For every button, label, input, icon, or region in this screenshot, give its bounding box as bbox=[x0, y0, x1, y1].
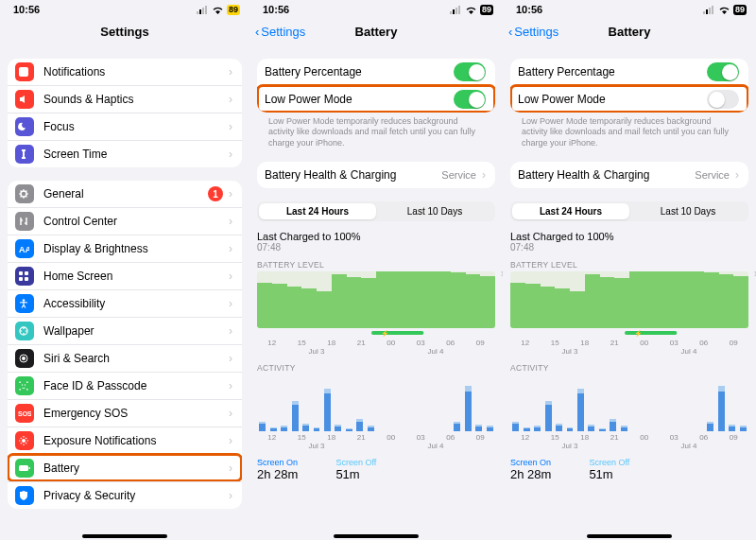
settings-row-controlcenter[interactable]: Control Center› bbox=[8, 207, 242, 235]
page-title: Battery bbox=[355, 25, 398, 39]
display-icon: AA bbox=[15, 239, 34, 258]
back-button[interactable]: ‹ Settings bbox=[508, 25, 558, 39]
svg-rect-24 bbox=[29, 467, 31, 469]
chevron-right-icon: › bbox=[229, 187, 232, 200]
row-label: Battery Percentage bbox=[265, 65, 454, 78]
svg-rect-4 bbox=[19, 67, 28, 77]
notifications-icon bbox=[15, 62, 34, 81]
home-indicator[interactable] bbox=[334, 534, 419, 538]
svg-rect-27 bbox=[455, 8, 457, 14]
battery-health-row[interactable]: Battery Health & Charging Service › bbox=[510, 162, 748, 188]
low-power-mode-toggle[interactable] bbox=[707, 90, 739, 109]
row-label: Home Screen bbox=[43, 270, 229, 283]
svg-rect-2 bbox=[202, 8, 204, 14]
page-title: Battery bbox=[609, 25, 651, 39]
seg-last10[interactable]: Last 10 Days bbox=[376, 203, 493, 219]
row-label: Focus bbox=[43, 120, 229, 133]
chevron-right-icon: › bbox=[229, 148, 232, 161]
row-label: Low Power Mode bbox=[265, 93, 454, 106]
settings-row-homescreen[interactable]: Home Screen› bbox=[8, 262, 242, 289]
settings-row-sounds[interactable]: Sounds & Haptics› bbox=[8, 85, 242, 113]
usage-summary: Screen On2h 28m Screen Off51m bbox=[257, 458, 495, 481]
chevron-right-icon: › bbox=[229, 120, 232, 133]
screen-on-value: 2h 28m bbox=[510, 467, 551, 481]
general-icon bbox=[15, 184, 34, 203]
row-label: Battery Health & Charging bbox=[265, 168, 441, 182]
sounds-icon bbox=[15, 90, 34, 109]
svg-point-13 bbox=[23, 328, 25, 330]
svg-point-19 bbox=[22, 384, 23, 385]
last-charged-time: 07:48 bbox=[510, 242, 748, 253]
settings-row-screentime[interactable]: Screen Time› bbox=[8, 140, 242, 167]
svg-text:SOS: SOS bbox=[18, 410, 31, 417]
svg-rect-8 bbox=[25, 271, 28, 275]
battery-icon: 89 bbox=[733, 5, 747, 15]
chevron-right-icon: › bbox=[229, 462, 232, 475]
battery-percentage-toggle[interactable] bbox=[454, 62, 486, 81]
privacy-icon bbox=[15, 486, 34, 505]
chevron-right-icon: › bbox=[482, 168, 486, 182]
battery-percentage-row[interactable]: Battery Percentage bbox=[257, 59, 495, 85]
time-range-segmented[interactable]: Last 24 Hours Last 10 Days bbox=[510, 201, 748, 221]
settings-row-exposure[interactable]: Exposure Notifications› bbox=[8, 427, 242, 454]
battery-level-chart: 100% 50% bbox=[510, 271, 748, 328]
time-range-segmented[interactable]: Last 24 Hours Last 10 Days bbox=[257, 201, 495, 221]
usage-summary: Screen On2h 28m Screen Off51m bbox=[510, 458, 748, 481]
home-indicator[interactable] bbox=[82, 534, 167, 538]
svg-rect-0 bbox=[197, 11, 198, 14]
settings-row-display[interactable]: AADisplay & Brightness› bbox=[8, 235, 242, 262]
settings-row-battery[interactable]: Battery› bbox=[8, 454, 242, 481]
battery-percentage-toggle[interactable] bbox=[707, 62, 739, 81]
row-label: General bbox=[43, 187, 208, 200]
row-label: Screen Time bbox=[43, 148, 229, 161]
battery-health-row[interactable]: Battery Health & Charging Service › bbox=[257, 162, 495, 188]
x-dates-2: Jul 3Jul 4 bbox=[257, 442, 495, 450]
last-charged-label: Last Charged to 100% bbox=[257, 231, 495, 242]
svg-point-20 bbox=[25, 384, 26, 385]
low-power-mode-toggle[interactable] bbox=[454, 90, 486, 109]
settings-row-faceid[interactable]: Face ID & Passcode› bbox=[8, 372, 242, 399]
x-dates: Jul 3Jul 4 bbox=[510, 347, 748, 356]
settings-row-wallpaper[interactable]: Wallpaper› bbox=[8, 317, 242, 344]
x-ticks-2: 1215182100030609 bbox=[257, 433, 495, 442]
health-value: Service bbox=[695, 169, 730, 181]
seg-last24[interactable]: Last 24 Hours bbox=[259, 203, 376, 219]
row-label: Battery bbox=[43, 462, 229, 475]
x-dates: Jul 3Jul 4 bbox=[257, 347, 495, 356]
svg-rect-23 bbox=[19, 465, 28, 471]
controlcenter-icon bbox=[15, 212, 34, 231]
chevron-right-icon: › bbox=[229, 93, 232, 106]
seg-last24[interactable]: Last 24 Hours bbox=[512, 203, 629, 219]
svg-point-16 bbox=[21, 330, 23, 332]
last-charged: Last Charged to 100% 07:48 bbox=[257, 231, 495, 253]
x-ticks-2: 1215182100030609 bbox=[510, 433, 748, 442]
chevron-right-icon: › bbox=[229, 65, 232, 78]
battery-icon bbox=[15, 459, 34, 478]
status-time: 10:56 bbox=[263, 4, 289, 15]
row-label: Low Power Mode bbox=[518, 93, 707, 106]
seg-last10[interactable]: Last 10 Days bbox=[629, 203, 747, 219]
status-bar: 10:56 89 bbox=[503, 0, 756, 17]
screen-on-value: 2h 28m bbox=[257, 467, 298, 481]
low-power-mode-row[interactable]: Low Power Mode bbox=[510, 85, 748, 113]
settings-row-focus[interactable]: Focus› bbox=[8, 113, 242, 140]
settings-row-privacy[interactable]: Privacy & Security› bbox=[8, 481, 242, 509]
screentime-icon bbox=[15, 145, 34, 164]
settings-row-siri[interactable]: Siri & Search› bbox=[8, 344, 242, 372]
status-bar: 10:56 89 bbox=[249, 0, 503, 17]
back-button[interactable]: ‹ Settings bbox=[255, 25, 305, 39]
screen-on-label: Screen On bbox=[510, 458, 551, 467]
screen-off-value: 51m bbox=[589, 467, 629, 481]
wallpaper-icon bbox=[15, 322, 34, 340]
battery-percentage-row[interactable]: Battery Percentage bbox=[510, 59, 748, 85]
siri-icon bbox=[15, 349, 34, 368]
settings-row-notifications[interactable]: Notifications› bbox=[8, 59, 242, 85]
settings-row-accessibility[interactable]: Accessibility› bbox=[8, 289, 242, 317]
battery-icon: 89 bbox=[480, 5, 493, 15]
svg-rect-26 bbox=[453, 9, 455, 14]
settings-row-general[interactable]: General1› bbox=[8, 181, 242, 207]
settings-row-sos[interactable]: SOSEmergency SOS› bbox=[8, 399, 242, 427]
home-indicator[interactable] bbox=[587, 534, 672, 538]
lpm-footnote: Low Power Mode temporarily reduces backg… bbox=[257, 113, 495, 148]
low-power-mode-row[interactable]: Low Power Mode bbox=[257, 85, 495, 113]
